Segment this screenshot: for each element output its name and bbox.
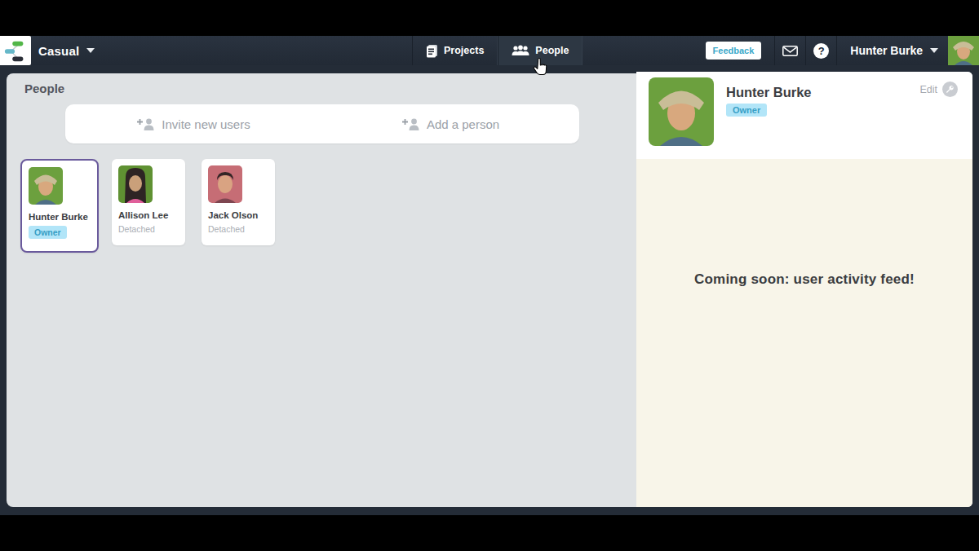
add-user-icon (137, 118, 155, 130)
feedback-button[interactable]: Feedback (706, 42, 762, 60)
activity-feed: Coming soon: user activity feed! (636, 159, 972, 507)
person-name: Allison Lee (118, 210, 179, 220)
profile-avatar (649, 77, 714, 146)
letterbox-bottom (0, 515, 979, 551)
person-name: Hunter Burke (29, 212, 91, 222)
avatar-image (948, 36, 979, 65)
tab-projects-label: Projects (444, 45, 484, 56)
main-tabs: Projects People (412, 36, 583, 65)
invite-bar: Invite new users Add a person (65, 104, 579, 143)
user-avatar[interactable] (948, 36, 979, 65)
people-panel: People Invite new users (7, 73, 636, 507)
avatar (29, 167, 63, 205)
header-right: Feedback ? Hunter Burke (706, 36, 979, 65)
activity-message: Coming soon: user activity feed! (636, 271, 972, 288)
user-menu-name: Hunter Burke (850, 44, 923, 57)
person-name: Jack Olson (208, 210, 268, 220)
chevron-down-icon (86, 48, 95, 53)
app-window: Casual Projects (0, 36, 979, 515)
project-switcher-label: Casual (38, 44, 79, 58)
stage: Casual Projects (0, 0, 979, 560)
profile-panel: Hunter Burke Owner Edit Coming soon: use… (636, 72, 972, 507)
person-card-allison-lee[interactable]: Allison Lee Detached (112, 159, 185, 245)
person-status: Detached (118, 224, 179, 234)
flowchart-logo-icon (3, 38, 28, 63)
invite-new-users-label: Invite new users (162, 117, 250, 131)
profile-owner-badge: Owner (726, 104, 767, 117)
edit-label: Edit (919, 84, 937, 95)
chevron-down-icon (930, 48, 938, 53)
edit-profile-button[interactable]: Edit (919, 82, 958, 97)
page-title: People (24, 82, 64, 95)
people-card-list: Hunter Burke Owner Allison Lee Detached (20, 159, 291, 253)
invite-new-users-button[interactable]: Invite new users (65, 104, 322, 143)
bottom-strip (0, 551, 979, 560)
help-button[interactable]: ? (805, 36, 836, 65)
avatar (118, 165, 153, 203)
projects-icon (426, 44, 438, 58)
profile-header: Hunter Burke Owner Edit (636, 72, 972, 159)
messages-button[interactable] (774, 36, 805, 65)
app-logo[interactable] (0, 36, 31, 65)
person-card-hunter-burke[interactable]: Hunter Burke Owner (20, 159, 99, 253)
tab-people[interactable]: People (498, 36, 583, 65)
add-a-person-button[interactable]: Add a person (322, 104, 579, 143)
project-switcher[interactable]: Casual (38, 36, 95, 65)
tab-projects[interactable]: Projects (412, 36, 498, 65)
envelope-icon (782, 46, 798, 56)
top-navbar: Casual Projects (0, 36, 979, 65)
letterbox-top (0, 0, 979, 36)
user-menu[interactable]: Hunter Burke (836, 36, 948, 65)
people-icon (512, 45, 529, 56)
avatar (208, 165, 242, 203)
tab-people-label: People (535, 45, 569, 56)
add-user-icon (402, 118, 420, 130)
help-icon: ? (813, 43, 829, 59)
profile-name: Hunter Burke (726, 85, 812, 100)
wrench-icon (942, 82, 958, 97)
person-status: Detached (208, 224, 268, 234)
person-card-jack-olson[interactable]: Jack Olson Detached (202, 159, 275, 245)
add-a-person-label: Add a person (427, 117, 499, 131)
owner-badge: Owner (29, 226, 67, 239)
